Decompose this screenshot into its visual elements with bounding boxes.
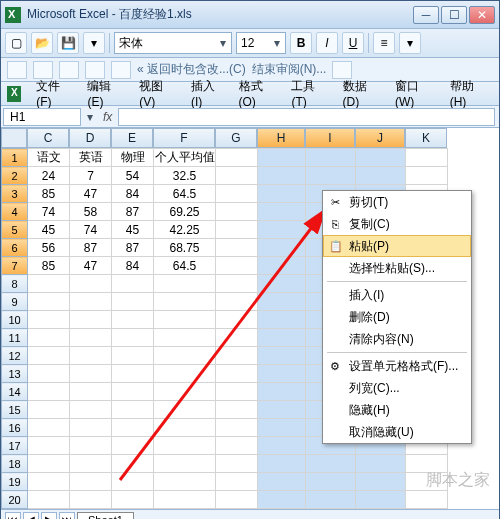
cell[interactable] <box>70 419 112 437</box>
save-icon[interactable]: 💾 <box>57 32 79 54</box>
cell[interactable] <box>112 401 154 419</box>
cell[interactable] <box>258 383 306 401</box>
menu-data[interactable]: 数据(D) <box>336 76 386 111</box>
bold-button[interactable]: B <box>290 32 312 54</box>
cell[interactable]: 74 <box>70 221 112 239</box>
cell[interactable] <box>28 455 70 473</box>
ctx-insert[interactable]: 插入(I) <box>323 284 471 306</box>
font-size-select[interactable]: ▾ <box>236 32 286 54</box>
fx-icon[interactable]: fx <box>97 110 118 124</box>
row-header[interactable]: 1 <box>2 149 28 167</box>
cell[interactable]: 54 <box>112 167 154 185</box>
cell[interactable]: 英语 <box>70 149 112 167</box>
cell[interactable] <box>70 329 112 347</box>
cell[interactable] <box>112 437 154 455</box>
col-header-C[interactable]: C <box>27 128 69 148</box>
close-button[interactable]: ✕ <box>469 6 495 24</box>
cell[interactable] <box>70 491 112 509</box>
row-header[interactable]: 20 <box>2 491 28 509</box>
cell[interactable]: 47 <box>70 185 112 203</box>
cell[interactable] <box>70 293 112 311</box>
tool-icon[interactable]: ▾ <box>83 32 105 54</box>
col-header-I[interactable]: I <box>305 128 355 148</box>
cell[interactable] <box>28 437 70 455</box>
cell[interactable] <box>258 419 306 437</box>
ctx-copy[interactable]: ⎘复制(C) <box>323 213 471 235</box>
cell[interactable] <box>154 491 216 509</box>
cell[interactable] <box>356 149 406 167</box>
row-header[interactable]: 11 <box>2 329 28 347</box>
row-header[interactable]: 17 <box>2 437 28 455</box>
cell[interactable] <box>306 491 356 509</box>
menu-file[interactable]: 文件(F) <box>29 76 78 111</box>
cell[interactable] <box>258 221 306 239</box>
cell[interactable] <box>216 239 258 257</box>
cell[interactable] <box>406 167 448 185</box>
cell[interactable] <box>112 347 154 365</box>
cell[interactable] <box>356 473 406 491</box>
underline-button[interactable]: U <box>342 32 364 54</box>
chevron-down-icon[interactable]: ▾ <box>269 36 285 50</box>
cell[interactable] <box>154 293 216 311</box>
row-header[interactable]: 14 <box>2 383 28 401</box>
tab-nav-prev[interactable]: ◀ <box>23 512 39 520</box>
cell[interactable] <box>216 329 258 347</box>
cell[interactable] <box>258 275 306 293</box>
row-header[interactable]: 5 <box>2 221 28 239</box>
cell[interactable] <box>258 203 306 221</box>
cell[interactable] <box>216 275 258 293</box>
cell[interactable] <box>216 419 258 437</box>
cell[interactable] <box>216 491 258 509</box>
tab-nav-last[interactable]: ⏭ <box>59 512 75 520</box>
ctx-delete[interactable]: 删除(D) <box>323 306 471 328</box>
cell[interactable] <box>70 437 112 455</box>
cell[interactable] <box>28 365 70 383</box>
cell[interactable] <box>28 329 70 347</box>
col-header-F[interactable]: F <box>153 128 215 148</box>
row-header[interactable]: 12 <box>2 347 28 365</box>
cell[interactable] <box>112 365 154 383</box>
ctx-paste-special[interactable]: 选择性粘贴(S)... <box>323 257 471 279</box>
cell[interactable] <box>258 365 306 383</box>
cell[interactable] <box>406 149 448 167</box>
cell[interactable]: 87 <box>112 203 154 221</box>
cell[interactable] <box>306 473 356 491</box>
cell[interactable]: 物理 <box>112 149 154 167</box>
ctx-cut[interactable]: ✂剪切(T) <box>323 191 471 213</box>
row-header[interactable]: 3 <box>2 185 28 203</box>
cell[interactable]: 语文 <box>28 149 70 167</box>
minimize-button[interactable]: ─ <box>413 6 439 24</box>
cell[interactable] <box>216 311 258 329</box>
cell[interactable] <box>216 437 258 455</box>
cell[interactable] <box>216 293 258 311</box>
ctx-unhide[interactable]: 取消隐藏(U) <box>323 421 471 443</box>
cell[interactable] <box>306 455 356 473</box>
cell[interactable] <box>28 311 70 329</box>
cell[interactable] <box>356 455 406 473</box>
align-left-icon[interactable]: ≡ <box>373 32 395 54</box>
cell[interactable] <box>258 347 306 365</box>
name-box[interactable]: H1 <box>3 108 81 126</box>
cell[interactable] <box>258 473 306 491</box>
cell[interactable] <box>112 473 154 491</box>
cell[interactable] <box>28 275 70 293</box>
col-header-J[interactable]: J <box>355 128 405 148</box>
cell[interactable] <box>70 365 112 383</box>
cell[interactable] <box>28 401 70 419</box>
cell[interactable] <box>70 383 112 401</box>
cell[interactable] <box>112 275 154 293</box>
row-header[interactable]: 15 <box>2 401 28 419</box>
cell[interactable] <box>258 437 306 455</box>
row-header[interactable]: 6 <box>2 239 28 257</box>
font-name-select[interactable]: ▾ <box>114 32 232 54</box>
dropdown-icon[interactable]: ▾ <box>83 110 97 124</box>
cell[interactable] <box>154 365 216 383</box>
cell[interactable] <box>28 347 70 365</box>
cell[interactable] <box>70 455 112 473</box>
cell[interactable] <box>154 311 216 329</box>
col-header-D[interactable]: D <box>69 128 111 148</box>
cell[interactable]: 个人平均值 <box>154 149 216 167</box>
tab-nav-next[interactable]: ▶ <box>41 512 57 520</box>
cell[interactable] <box>356 491 406 509</box>
cell[interactable] <box>70 473 112 491</box>
